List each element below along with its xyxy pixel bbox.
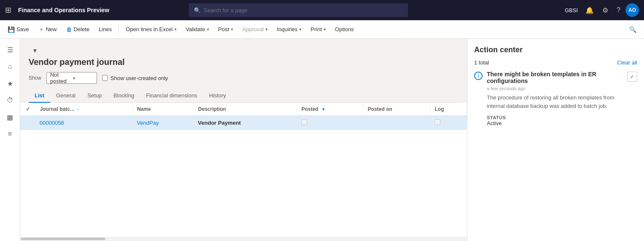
main-layout: ☰ ⌂ ★ ⏱ ▦ ≡ ▼ Vendor payment journal Sho… bbox=[0, 39, 644, 241]
save-icon: 💾 bbox=[8, 26, 15, 33]
show-user-created-label: Show user-created only bbox=[110, 75, 168, 81]
page-header: ▼ Vendor payment journal Show Not posted… bbox=[20, 39, 467, 103]
user-avatar[interactable]: AO bbox=[625, 3, 639, 17]
tab-setup[interactable]: Setup bbox=[81, 89, 107, 103]
help-button[interactable]: ? bbox=[613, 5, 624, 16]
new-button[interactable]: ＋ New bbox=[34, 24, 61, 35]
col-check-header: ✓ bbox=[20, 103, 35, 116]
tab-blocking[interactable]: Blocking bbox=[107, 89, 140, 103]
clear-all-button[interactable]: Clear all bbox=[617, 59, 637, 66]
delete-label: Delete bbox=[74, 26, 90, 32]
sidebar-menu-icon[interactable]: ☰ bbox=[3, 42, 18, 57]
options-button[interactable]: Options bbox=[331, 24, 358, 34]
toolbar-search-button[interactable]: 🔍 bbox=[625, 24, 641, 35]
approval-chevron: ▾ bbox=[266, 27, 268, 32]
row-journal-batch-cell: 00000058 bbox=[35, 116, 133, 130]
open-excel-chevron: ▾ bbox=[174, 27, 177, 32]
post-button[interactable]: Post ▾ bbox=[214, 24, 237, 34]
page-title: Vendor payment journal bbox=[29, 57, 459, 67]
inquiries-button[interactable]: Inquiries ▾ bbox=[273, 24, 306, 34]
description-value: Vendor Payment bbox=[198, 120, 241, 126]
col-posted-on-header[interactable]: Posted on bbox=[363, 103, 430, 116]
search-input[interactable] bbox=[204, 7, 403, 13]
scroll-bar[interactable] bbox=[21, 238, 105, 240]
top-nav: ⊞ Finance and Operations Preview 🔍 GBSI … bbox=[0, 0, 644, 20]
action-center-header: 1 total Clear all bbox=[474, 59, 637, 66]
action-item-description: The procedure of restoring all broken te… bbox=[487, 94, 623, 110]
approval-button[interactable]: Approval ▾ bbox=[238, 24, 272, 34]
col-description-header[interactable]: Description bbox=[194, 103, 297, 116]
table-row[interactable]: 00000058 VendPay Vendor Payment bbox=[20, 116, 467, 130]
toolbar-sep-1 bbox=[118, 24, 119, 35]
print-chevron: ▾ bbox=[324, 27, 326, 32]
filter-icon[interactable]: ▼ bbox=[29, 46, 41, 56]
open-excel-label: Open lines in Excel bbox=[126, 26, 172, 32]
tab-history[interactable]: History bbox=[203, 89, 232, 103]
scroll-track[interactable] bbox=[20, 237, 467, 241]
col-posted-header[interactable]: Posted ▼ bbox=[297, 103, 363, 116]
col-journal-batch-label: Journal batc... bbox=[40, 106, 74, 112]
col-description-label: Description bbox=[198, 106, 226, 112]
col-name-label: Name bbox=[137, 106, 151, 112]
col-name-header[interactable]: Name bbox=[133, 103, 194, 116]
action-center-title: Action center bbox=[474, 46, 637, 54]
show-chevron-icon: ▾ bbox=[73, 76, 93, 80]
lines-button[interactable]: Lines bbox=[94, 24, 116, 34]
tab-financial-dimensions[interactable]: Financial dimensions bbox=[140, 89, 203, 103]
action-item-title: There might be broken templates in ER co… bbox=[487, 71, 623, 84]
col-log-header[interactable]: Log bbox=[430, 103, 467, 116]
log-checkbox[interactable] bbox=[435, 119, 440, 125]
action-center-item: i There might be broken templates in ER … bbox=[474, 71, 637, 126]
col-journal-batch-header[interactable]: Journal batc... ↑ bbox=[35, 103, 133, 116]
sidebar-clock-icon[interactable]: ⏱ bbox=[3, 93, 18, 108]
new-label: New bbox=[46, 26, 57, 32]
show-label: Show bbox=[29, 75, 41, 81]
save-label: Save bbox=[16, 26, 29, 32]
sidebar-star-icon[interactable]: ★ bbox=[3, 76, 18, 91]
bell-button[interactable]: 🔔 bbox=[582, 5, 597, 16]
app-title: Finance and Operations Preview bbox=[18, 7, 109, 13]
new-icon: ＋ bbox=[38, 26, 44, 33]
tabs: List General Setup Blocking Financial di… bbox=[29, 89, 459, 103]
print-button[interactable]: Print ▾ bbox=[306, 24, 330, 34]
validate-label: Validate bbox=[186, 26, 205, 32]
row-description-cell: Vendor Payment bbox=[194, 116, 297, 130]
tab-list[interactable]: List bbox=[29, 89, 50, 103]
name-link[interactable]: VendPay bbox=[137, 120, 159, 126]
toolbar: 💾 Save ＋ New 🗑 Delete Lines Open lines i… bbox=[0, 20, 644, 39]
action-center-panel: Action center 1 total Clear all i There … bbox=[467, 39, 644, 241]
app-grid-icon[interactable]: ⊞ bbox=[5, 5, 11, 15]
print-label: Print bbox=[311, 26, 322, 32]
org-label: GBSI bbox=[562, 7, 580, 13]
search-icon: 🔍 bbox=[194, 7, 201, 13]
validate-chevron: ▾ bbox=[207, 27, 209, 32]
left-sidebar: ☰ ⌂ ★ ⏱ ▦ ≡ bbox=[0, 39, 20, 241]
journal-batch-link[interactable]: 00000058 bbox=[40, 120, 64, 126]
sidebar-home-icon[interactable]: ⌂ bbox=[3, 59, 18, 74]
status-label: STATUS bbox=[487, 115, 623, 120]
lines-label: Lines bbox=[99, 26, 112, 32]
tab-general[interactable]: General bbox=[50, 89, 81, 103]
posted-checkbox[interactable] bbox=[301, 119, 307, 125]
sidebar-grid-icon[interactable]: ▦ bbox=[3, 110, 18, 125]
gear-button[interactable]: ⚙ bbox=[599, 5, 612, 16]
show-user-created-checkbox[interactable] bbox=[102, 75, 108, 81]
open-excel-button[interactable]: Open lines in Excel ▾ bbox=[121, 24, 180, 34]
search-bar[interactable]: 🔍 bbox=[189, 3, 408, 17]
row-posted-cell bbox=[297, 116, 363, 130]
row-log-cell bbox=[430, 116, 467, 130]
approval-label: Approval bbox=[242, 26, 264, 32]
table-header-row: ✓ Journal batc... ↑ Name Description bbox=[20, 103, 467, 116]
action-item-collapse-button[interactable]: ✓ bbox=[627, 72, 637, 82]
save-button[interactable]: 💾 Save bbox=[3, 24, 33, 35]
inquiries-label: Inquiries bbox=[277, 26, 298, 32]
validate-button[interactable]: Validate ▾ bbox=[182, 24, 213, 34]
show-dropdown[interactable]: Not posted ▾ bbox=[46, 72, 97, 84]
show-value: Not posted bbox=[50, 72, 70, 84]
action-item-body: There might be broken templates in ER co… bbox=[487, 71, 623, 126]
post-label: Post bbox=[218, 26, 229, 32]
show-user-created-row: Show user-created only bbox=[102, 75, 168, 81]
sidebar-list-icon[interactable]: ≡ bbox=[3, 126, 18, 142]
delete-button[interactable]: 🗑 Delete bbox=[62, 24, 94, 35]
row-posted-on-cell bbox=[363, 116, 430, 130]
